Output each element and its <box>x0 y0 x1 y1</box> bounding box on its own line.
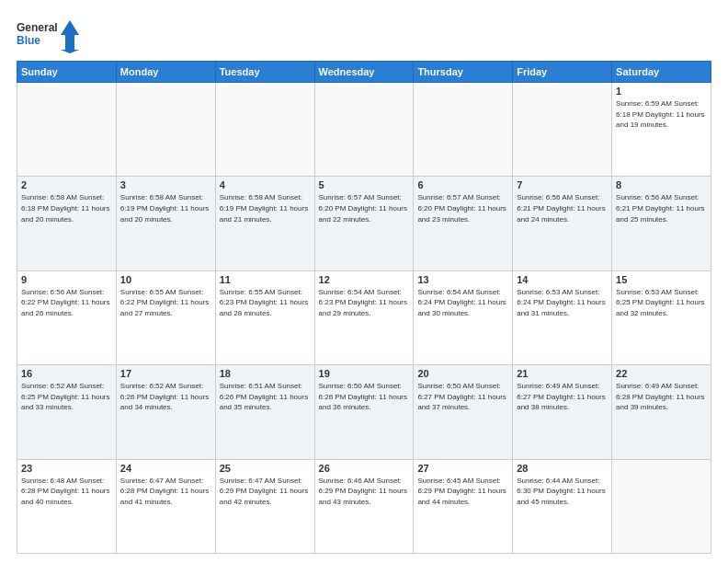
day-info: Sunrise: 6:47 AM Sunset: 6:28 PM Dayligh… <box>120 476 211 508</box>
calendar-cell: 26Sunrise: 6:46 AM Sunset: 6:29 PM Dayli… <box>314 459 414 553</box>
day-info: Sunrise: 6:55 AM Sunset: 6:23 PM Dayligh… <box>220 287 311 319</box>
calendar-cell <box>612 459 711 553</box>
day-info: Sunrise: 6:51 AM Sunset: 6:26 PM Dayligh… <box>220 381 311 413</box>
logo: General Blue <box>17 17 81 53</box>
day-info: Sunrise: 6:49 AM Sunset: 6:28 PM Dayligh… <box>616 381 707 413</box>
calendar-cell: 1Sunrise: 6:59 AM Sunset: 6:18 PM Daylig… <box>612 83 711 177</box>
calendar-cell <box>314 83 414 177</box>
day-number: 25 <box>220 463 311 474</box>
calendar-cell: 8Sunrise: 6:56 AM Sunset: 6:21 PM Daylig… <box>612 177 711 270</box>
svg-text:General: General <box>17 21 58 34</box>
day-number: 7 <box>517 179 608 190</box>
calendar-cell: 25Sunrise: 6:47 AM Sunset: 6:29 PM Dayli… <box>215 459 314 553</box>
calendar-cell: 11Sunrise: 6:55 AM Sunset: 6:23 PM Dayli… <box>215 270 314 364</box>
day-info: Sunrise: 6:56 AM Sunset: 6:21 PM Dayligh… <box>616 192 707 224</box>
day-number: 28 <box>517 463 608 474</box>
day-number: 26 <box>319 463 410 474</box>
calendar-week-row: 16Sunrise: 6:52 AM Sunset: 6:25 PM Dayli… <box>17 365 711 459</box>
weekday-header: Sunday <box>17 62 117 83</box>
day-info: Sunrise: 6:58 AM Sunset: 6:18 PM Dayligh… <box>21 192 112 224</box>
calendar-cell: 27Sunrise: 6:45 AM Sunset: 6:29 PM Dayli… <box>414 459 513 553</box>
calendar-cell: 9Sunrise: 6:56 AM Sunset: 6:22 PM Daylig… <box>17 270 117 364</box>
day-number: 3 <box>120 179 211 190</box>
calendar-cell <box>17 83 117 177</box>
day-info: Sunrise: 6:59 AM Sunset: 6:18 PM Dayligh… <box>616 98 707 131</box>
day-number: 20 <box>417 368 508 379</box>
calendar-cell: 3Sunrise: 6:58 AM Sunset: 6:19 PM Daylig… <box>116 177 215 270</box>
day-info: Sunrise: 6:53 AM Sunset: 6:25 PM Dayligh… <box>616 287 707 319</box>
weekday-header: Tuesday <box>215 62 314 83</box>
calendar-cell: 19Sunrise: 6:50 AM Sunset: 6:26 PM Dayli… <box>314 365 414 459</box>
calendar-week-row: 23Sunrise: 6:48 AM Sunset: 6:28 PM Dayli… <box>17 459 711 553</box>
day-info: Sunrise: 6:48 AM Sunset: 6:28 PM Dayligh… <box>21 476 112 508</box>
day-number: 16 <box>21 368 112 379</box>
calendar-table: SundayMondayTuesdayWednesdayThursdayFrid… <box>17 61 711 554</box>
day-number: 13 <box>417 274 508 285</box>
day-info: Sunrise: 6:52 AM Sunset: 6:26 PM Dayligh… <box>120 381 211 413</box>
calendar-cell: 5Sunrise: 6:57 AM Sunset: 6:20 PM Daylig… <box>314 177 414 270</box>
weekday-row: SundayMondayTuesdayWednesdayThursdayFrid… <box>17 62 711 83</box>
day-number: 8 <box>616 179 707 190</box>
calendar-cell: 13Sunrise: 6:54 AM Sunset: 6:24 PM Dayli… <box>414 270 513 364</box>
calendar-cell: 7Sunrise: 6:56 AM Sunset: 6:21 PM Daylig… <box>513 177 612 270</box>
calendar-cell: 12Sunrise: 6:54 AM Sunset: 6:23 PM Dayli… <box>314 270 414 364</box>
day-info: Sunrise: 6:57 AM Sunset: 6:20 PM Dayligh… <box>319 192 410 224</box>
day-number: 6 <box>417 179 508 190</box>
day-info: Sunrise: 6:50 AM Sunset: 6:27 PM Dayligh… <box>417 381 508 413</box>
svg-marker-2 <box>61 20 79 53</box>
day-info: Sunrise: 6:56 AM Sunset: 6:22 PM Dayligh… <box>21 287 112 319</box>
calendar-cell: 18Sunrise: 6:51 AM Sunset: 6:26 PM Dayli… <box>215 365 314 459</box>
day-number: 9 <box>21 274 112 285</box>
weekday-header: Friday <box>513 62 612 83</box>
calendar-cell: 20Sunrise: 6:50 AM Sunset: 6:27 PM Dayli… <box>414 365 513 459</box>
day-number: 27 <box>417 463 508 474</box>
day-number: 19 <box>319 368 410 379</box>
calendar-body: 1Sunrise: 6:59 AM Sunset: 6:18 PM Daylig… <box>17 83 711 554</box>
day-number: 21 <box>517 368 608 379</box>
logo-svg: General Blue <box>17 17 81 53</box>
day-info: Sunrise: 6:54 AM Sunset: 6:23 PM Dayligh… <box>319 287 410 319</box>
day-number: 1 <box>616 86 707 97</box>
day-number: 12 <box>319 274 410 285</box>
calendar-cell: 16Sunrise: 6:52 AM Sunset: 6:25 PM Dayli… <box>17 365 117 459</box>
calendar-cell: 4Sunrise: 6:58 AM Sunset: 6:19 PM Daylig… <box>215 177 314 270</box>
day-number: 24 <box>120 463 211 474</box>
calendar-cell: 17Sunrise: 6:52 AM Sunset: 6:26 PM Dayli… <box>116 365 215 459</box>
day-info: Sunrise: 6:57 AM Sunset: 6:20 PM Dayligh… <box>417 192 508 224</box>
calendar-cell <box>513 83 612 177</box>
weekday-header: Monday <box>116 62 215 83</box>
day-info: Sunrise: 6:52 AM Sunset: 6:25 PM Dayligh… <box>21 381 112 413</box>
day-info: Sunrise: 6:55 AM Sunset: 6:22 PM Dayligh… <box>120 287 211 319</box>
day-number: 15 <box>616 274 707 285</box>
day-number: 4 <box>220 179 311 190</box>
calendar-week-row: 9Sunrise: 6:56 AM Sunset: 6:22 PM Daylig… <box>17 270 711 364</box>
calendar-cell: 21Sunrise: 6:49 AM Sunset: 6:27 PM Dayli… <box>513 365 612 459</box>
header: General Blue <box>17 17 711 53</box>
day-info: Sunrise: 6:54 AM Sunset: 6:24 PM Dayligh… <box>417 287 508 319</box>
day-info: Sunrise: 6:49 AM Sunset: 6:27 PM Dayligh… <box>517 381 608 413</box>
day-number: 5 <box>319 179 410 190</box>
day-number: 11 <box>220 274 311 285</box>
day-info: Sunrise: 6:46 AM Sunset: 6:29 PM Dayligh… <box>319 476 410 508</box>
calendar-cell <box>414 83 513 177</box>
weekday-header: Saturday <box>612 62 711 83</box>
day-number: 10 <box>120 274 211 285</box>
day-info: Sunrise: 6:58 AM Sunset: 6:19 PM Dayligh… <box>220 192 311 224</box>
day-number: 22 <box>616 368 707 379</box>
day-number: 17 <box>120 368 211 379</box>
calendar-cell: 28Sunrise: 6:44 AM Sunset: 6:30 PM Dayli… <box>513 459 612 553</box>
calendar-week-row: 2Sunrise: 6:58 AM Sunset: 6:18 PM Daylig… <box>17 177 711 270</box>
calendar-cell: 22Sunrise: 6:49 AM Sunset: 6:28 PM Dayli… <box>612 365 711 459</box>
day-number: 23 <box>21 463 112 474</box>
calendar-cell: 24Sunrise: 6:47 AM Sunset: 6:28 PM Dayli… <box>116 459 215 553</box>
day-number: 2 <box>21 179 112 190</box>
calendar-cell <box>116 83 215 177</box>
day-number: 18 <box>220 368 311 379</box>
day-number: 14 <box>517 274 608 285</box>
day-info: Sunrise: 6:45 AM Sunset: 6:29 PM Dayligh… <box>417 476 508 508</box>
calendar-header: SundayMondayTuesdayWednesdayThursdayFrid… <box>17 62 711 83</box>
day-info: Sunrise: 6:50 AM Sunset: 6:26 PM Dayligh… <box>319 381 410 413</box>
day-info: Sunrise: 6:44 AM Sunset: 6:30 PM Dayligh… <box>517 476 608 508</box>
calendar-cell: 23Sunrise: 6:48 AM Sunset: 6:28 PM Dayli… <box>17 459 117 553</box>
weekday-header: Thursday <box>414 62 513 83</box>
